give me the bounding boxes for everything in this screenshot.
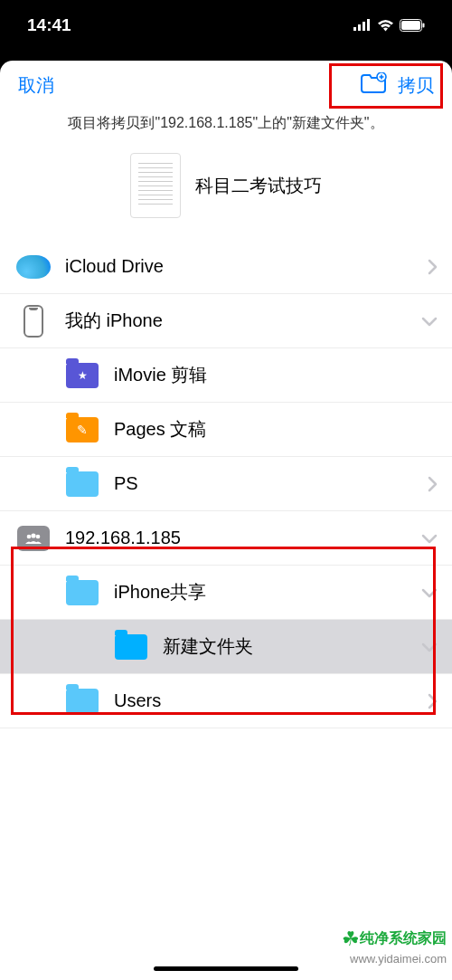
- folder-icon: [66, 363, 99, 388]
- destination-subtitle: 项目将拷贝到"192.168.1.185"上的"新建文件夹"。: [0, 114, 452, 133]
- svg-rect-5: [401, 21, 420, 30]
- svg-point-11: [31, 533, 35, 538]
- row-label: PS: [114, 473, 427, 494]
- folder-plus-icon: [360, 72, 387, 94]
- icloud-icon: [16, 255, 51, 279]
- document-thumbnail-icon: [130, 153, 181, 218]
- chevron-right-icon: [427, 259, 438, 275]
- chevron-down-icon: [421, 533, 438, 544]
- chevron-down-icon: [421, 316, 438, 327]
- cancel-button[interactable]: 取消: [18, 73, 54, 98]
- folder-icon: [66, 580, 99, 605]
- location-row-icloud[interactable]: iCloud Drive: [0, 240, 452, 294]
- watermark-brand: 纯净系统家园: [360, 929, 447, 945]
- row-label: Users: [114, 690, 427, 711]
- svg-point-10: [36, 534, 41, 538]
- status-bar: 14:41: [0, 0, 452, 50]
- folder-icon: [66, 471, 99, 497]
- folder-row-users[interactable]: Users: [0, 674, 452, 728]
- leaf-icon: ☘: [342, 928, 360, 950]
- status-time: 14:41: [27, 15, 71, 35]
- folder-row-pages[interactable]: Pages 文稿: [0, 403, 452, 457]
- folder-row-newfolder[interactable]: 新建文件夹: [0, 620, 452, 674]
- home-indicator[interactable]: [154, 966, 298, 971]
- chevron-down-icon: [421, 587, 438, 598]
- folder-icon: [66, 689, 99, 714]
- new-folder-button[interactable]: [360, 72, 387, 99]
- iphone-icon: [24, 305, 43, 338]
- svg-rect-3: [367, 19, 370, 31]
- row-label: 192.168.1.185: [65, 528, 421, 548]
- chevron-right-icon: [427, 693, 438, 709]
- folder-row-imovie[interactable]: iMovie 剪辑: [0, 348, 452, 403]
- svg-rect-6: [423, 23, 425, 27]
- nav-bar: 取消 拷贝: [0, 61, 452, 110]
- row-label: 我的 iPhone: [65, 309, 421, 333]
- document-preview: 科目二考试技巧: [0, 153, 452, 218]
- svg-rect-2: [363, 22, 365, 31]
- document-title: 科目二考试技巧: [195, 174, 322, 198]
- battery-icon: [400, 19, 425, 32]
- folder-row-ps[interactable]: PS: [0, 457, 452, 511]
- svg-rect-0: [353, 27, 356, 31]
- folder-icon: [66, 417, 99, 442]
- watermark: ☘纯净系统家园 www.yidaimei.com: [342, 927, 447, 967]
- wifi-icon: [377, 19, 394, 32]
- row-label: iPhone共享: [114, 580, 421, 604]
- shared-server-icon: [17, 526, 50, 551]
- folder-icon: [115, 634, 147, 660]
- watermark-url: www.yidaimei.com: [342, 952, 447, 967]
- folder-row-iphoneshare[interactable]: iPhone共享: [0, 566, 452, 620]
- signal-icon: [353, 19, 372, 31]
- svg-rect-1: [358, 24, 361, 31]
- copy-button[interactable]: 拷贝: [398, 73, 434, 98]
- row-label: 新建文件夹: [163, 634, 421, 659]
- row-label: iCloud Drive: [65, 256, 427, 277]
- location-row-server[interactable]: 192.168.1.185: [0, 511, 452, 566]
- status-icons: [353, 19, 425, 32]
- location-list: iCloud Drive 我的 iPhone iMovie 剪辑 Pages 文…: [0, 240, 452, 980]
- chevron-right-icon: [427, 476, 438, 492]
- svg-point-9: [27, 534, 32, 538]
- row-label: Pages 文稿: [114, 417, 438, 442]
- chevron-down-icon: [421, 642, 438, 652]
- row-label: iMovie 剪辑: [114, 363, 438, 387]
- copy-sheet: 取消 拷贝 项目将拷贝到"192.168.1.185"上的"新建文件夹"。 科目…: [0, 61, 452, 980]
- location-row-myiphone[interactable]: 我的 iPhone: [0, 294, 452, 348]
